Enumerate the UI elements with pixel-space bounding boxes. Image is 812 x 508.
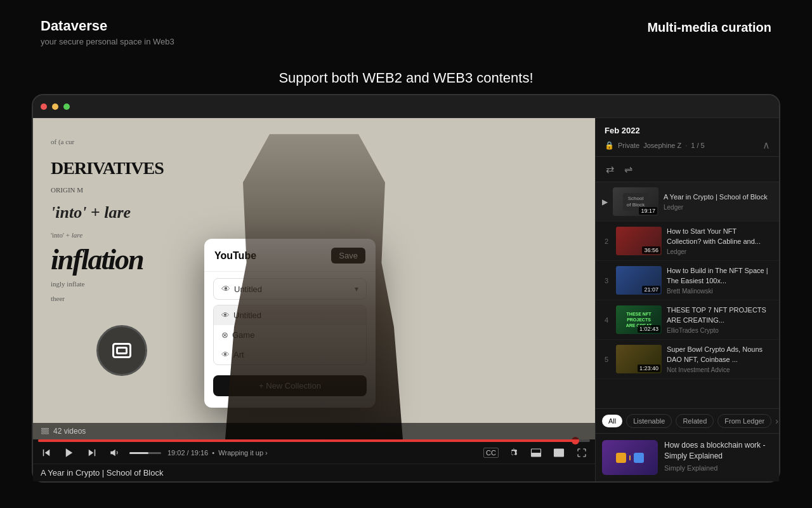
controls-row: 19:02 / 19:16 • Wrapping it up › CC [38, 446, 590, 460]
brand-subtitle: your secure personal space in Web3 [41, 37, 174, 46]
game-icon-item: ⊗ [221, 330, 228, 340]
video-number: 4 [602, 316, 611, 324]
eye-icon-item: 👁 [221, 311, 230, 320]
video-info: Super Bowl Crypto Ads, Nouns DAO NFT, Co… [667, 345, 773, 373]
filter-tab-all[interactable]: All [602, 415, 622, 427]
video-number: 5 [602, 356, 611, 363]
video-list: ▶ Schoolof Block 19:17 A Year in Crypto … [596, 182, 779, 408]
fullscreen-button[interactable] [573, 446, 590, 460]
eye-icon-art: 👁 [221, 350, 230, 359]
filter-tabs-arrow[interactable]: › [775, 416, 778, 426]
play-indicator-icon: ▶ [602, 197, 608, 206]
svg-rect-3 [42, 431, 49, 432]
video-info-channel: EllioTrades Crypto [667, 327, 773, 334]
window-maximize-dot[interactable] [63, 104, 70, 110]
sidebar-controls: ⇄ ⇌ [596, 157, 779, 182]
header: Dataverse your secure personal space in … [0, 0, 812, 46]
volume-button[interactable] [107, 446, 123, 460]
video-list-item[interactable]: 5 1:23:40 Super Bowl Crypto Ads, Nouns D… [596, 340, 779, 379]
cc-button[interactable]: CC [483, 448, 499, 458]
video-duration: 19:17 [639, 207, 657, 215]
related-video[interactable]: How does a blockchain work - Simply Expl… [596, 433, 779, 481]
video-thumbnail: 21:07 [616, 266, 662, 295]
video-title-bar: A Year in Crypto | School of Block [33, 464, 595, 481]
svg-marker-5 [45, 450, 50, 457]
video-info-title: A Year in Crypto | School of Block [664, 192, 773, 202]
sidebar-header: Feb 2022 🔒 Private Josephine Z · 1 / 5 ∧ [596, 118, 779, 157]
repeat-button[interactable]: ⇄ [605, 162, 615, 177]
video-info: How to Build in The NFT Space | The Easi… [667, 266, 773, 295]
svg-rect-9 [95, 450, 96, 457]
related-video-title: How does a blockchain work - Simply Expl… [664, 440, 773, 462]
video-thumbnail: THESE NFTPROJECTSARE GREAT 1:02:43 [616, 305, 662, 334]
videos-count-bar: 42 videos [33, 423, 595, 439]
video-number: 3 [602, 277, 611, 284]
video-duration: 1:02:43 [638, 325, 660, 333]
video-info-title: Super Bowl Crypto Ads, Nouns DAO NFT, Co… [667, 345, 773, 364]
video-number: 2 [602, 237, 611, 245]
brand: Dataverse your secure personal space in … [41, 18, 174, 46]
skip-back-button[interactable] [38, 446, 55, 460]
screenshot-icon[interactable] [96, 325, 147, 376]
filter-tab-listenable[interactable]: Listenable [626, 414, 672, 428]
eye-icon: 👁 [221, 284, 230, 294]
video-info-channel: Ledger [664, 204, 773, 211]
svg-marker-10 [110, 450, 115, 457]
video-title-text: A Year in Crypto | School of Block [41, 468, 163, 478]
progress-bar[interactable] [38, 439, 590, 442]
video-info-title: How to Build in The NFT Space | The Easi… [667, 266, 773, 286]
video-list-item[interactable]: 3 21:07 How to Build in The NFT Space | … [596, 261, 779, 300]
video-info-channel: Brett Malinowski [667, 288, 773, 295]
skip-forward-button[interactable] [84, 446, 100, 460]
video-list-item[interactable]: 2 36:56 How to Start Your NFT Collection… [596, 222, 779, 261]
brand-title: Dataverse [41, 18, 174, 34]
svg-marker-8 [89, 450, 94, 457]
video-info-channel: Ledger [667, 248, 773, 255]
cube-icon-1 [616, 453, 626, 463]
sidebar-meta: 🔒 Private Josephine Z · 1 / 5 ∧ [605, 139, 770, 151]
window-minimize-dot[interactable] [52, 104, 58, 110]
svg-rect-4 [42, 432, 49, 434]
video-info: How to Start Your NFT Collection? with C… [667, 227, 773, 255]
sidebar: Feb 2022 🔒 Private Josephine Z · 1 / 5 ∧… [595, 118, 779, 481]
volume-bar[interactable] [129, 452, 161, 454]
filter-tab-from-ledger[interactable]: From Ledger [717, 414, 771, 428]
video-list-item[interactable]: 4 THESE NFTPROJECTSARE GREAT 1:02:43 THE… [596, 300, 779, 340]
browser-frame-outer: of (a cur DERIVATIVES ORIGIN M 'into' + … [32, 94, 780, 483]
progress-fill [38, 439, 573, 442]
svg-rect-14 [559, 453, 563, 456]
time-display: 19:02 / 19:16 • Wrapping it up › [167, 449, 268, 457]
svg-marker-7 [66, 448, 73, 457]
video-background: of (a cur DERIVATIVES ORIGIN M 'into' + … [33, 118, 595, 439]
video-info-channel: Not Investment Advice [667, 366, 773, 373]
svg-rect-0 [114, 344, 131, 358]
svg-rect-2 [42, 428, 49, 429]
related-thumbnail [602, 440, 658, 475]
video-info-title: How to Start Your NFT Collection? with C… [667, 227, 773, 246]
theater-button[interactable] [528, 446, 544, 460]
sidebar-privacy: Private [618, 142, 639, 149]
video-duration: 21:07 [642, 286, 660, 293]
video-info-title: THESE TOP 7 NFT PROJECTS ARE CREATING... [667, 305, 773, 325]
video-duration: 36:56 [642, 246, 660, 254]
sidebar-pagination: 1 / 5 [691, 142, 704, 149]
shuffle-button[interactable]: ⇌ [623, 162, 634, 177]
filter-tabs: All Listenable Related From Ledger › [596, 408, 779, 433]
video-list-item[interactable]: ▶ Schoolof Block 19:17 A Year in Crypto … [596, 182, 779, 222]
settings-button[interactable] [505, 446, 521, 460]
sidebar-collapse-button[interactable]: ∧ [763, 139, 770, 151]
related-video-info: How does a blockchain work - Simply Expl… [664, 440, 773, 472]
video-duration: 1:23:40 [638, 364, 660, 372]
filter-tab-related[interactable]: Related [676, 414, 714, 428]
play-button[interactable] [61, 446, 77, 460]
video-info: A Year in Crypto | School of Block Ledge… [664, 192, 773, 211]
sidebar-user: Josephine Z [643, 142, 681, 149]
window-close-dot[interactable] [41, 104, 47, 110]
video-info: THESE TOP 7 NFT PROJECTS ARE CREATING...… [667, 305, 773, 334]
cube-icon-2 [634, 453, 644, 463]
video-thumbnail: 36:56 [616, 227, 662, 255]
miniplayer-button[interactable] [551, 446, 567, 460]
browser-tab-bar [33, 95, 779, 118]
svg-rect-12 [532, 453, 541, 457]
video-thumbnail: Schoolof Block 19:17 [613, 187, 658, 216]
